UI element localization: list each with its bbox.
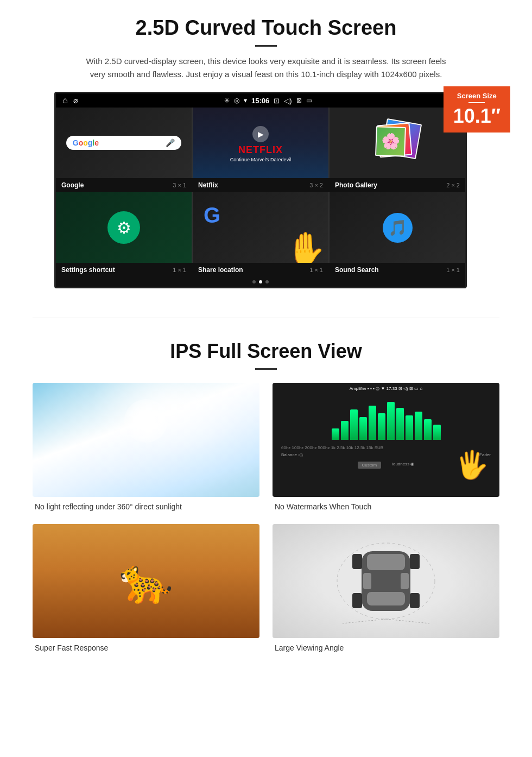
google-search-bar[interactable]: Google 🎤 [66, 136, 182, 150]
section-ips: IPS Full Screen View No light reflecting… [0, 335, 532, 668]
svg-rect-6 [352, 554, 362, 569]
svg-rect-4 [363, 573, 371, 589]
netflix-label-cell: Netflix 3 × 2 [193, 178, 328, 192]
netflix-label: Netflix [198, 181, 218, 189]
netflix-subtitle: Continue Marvel's Daredevil [230, 157, 291, 162]
netflix-logo: NETFLIX [230, 144, 291, 156]
amplifier-image: Amplifier ▪ ▪ ▪ ◎ ▼ 17:33 ⊡ ◁) ⊠ ▭ ⌂ 60h… [273, 383, 499, 497]
x-icon: ⊠ [296, 97, 302, 104]
gallery-size: 2 × 2 [446, 182, 460, 188]
settings-label-cell: Settings shortcut 1 × 1 [56, 263, 192, 277]
sound-size: 1 × 1 [446, 267, 460, 273]
watermark-caption: No Watermarks When Touch [273, 502, 499, 511]
car-image [273, 524, 499, 638]
amp-bar [369, 406, 376, 440]
share-size: 1 × 1 [309, 267, 323, 273]
status-bar: ⌂ ⌀ ✳ ◎ ▾ 15:06 ⊡ ◁) ⊠ ▭ [56, 93, 465, 108]
bottom-navigation [56, 277, 465, 287]
section1-title: 2.5D Curved Touch Screen [33, 16, 499, 40]
hand-emoji-icon: 🤚 [285, 230, 326, 263]
camera-icon: ⊡ [274, 97, 280, 105]
rect-icon: ▭ [306, 97, 312, 104]
features-grid: No light reflecting under 360° direct su… [33, 383, 499, 652]
car-svg [332, 538, 440, 624]
status-left: ⌂ ⌀ [62, 96, 78, 105]
svg-rect-7 [410, 554, 420, 569]
badge-size: 10.1″ [453, 105, 501, 127]
page-divider [33, 318, 499, 318]
amp-bars [276, 391, 496, 445]
google-label: Google [61, 181, 84, 189]
play-button[interactable]: ▶ [252, 126, 269, 142]
sound-label-cell: Sound Search 1 × 1 [330, 263, 465, 277]
amp-title: Amplifier ▪ ▪ ▪ ◎ ▼ 17:33 ⊡ ◁) ⊠ ▭ ⌂ [276, 386, 496, 391]
screen-size-badge: Screen Size 10.1″ [444, 86, 510, 133]
netflix-size: 3 × 2 [309, 182, 323, 188]
nav-dot-1 [252, 280, 256, 283]
amp-bar [396, 408, 404, 440]
home-icon[interactable]: ⌂ [62, 96, 68, 105]
screen-mockup-wrapper: Screen Size 10.1″ ⌂ ⌀ ✳ ◎ ▾ 15:06 ⊡ ◁) ⊠ [54, 92, 478, 288]
section1-description: With 2.5D curved-display screen, this de… [81, 55, 451, 81]
netflix-app-cell[interactable]: ▶ NETFLIX Continue Marvel's Daredevil [193, 108, 328, 178]
amp-bar [415, 412, 422, 440]
svg-rect-9 [410, 593, 420, 608]
google-app-cell[interactable]: Google 🎤 [56, 108, 192, 178]
netflix-content: ▶ NETFLIX Continue Marvel's Daredevil [230, 124, 291, 162]
google-size: 3 × 1 [173, 182, 186, 188]
amp-bar [332, 428, 339, 440]
usb-icon: ⌀ [73, 96, 78, 105]
sunlight-image [33, 383, 259, 497]
settings-icon: ⚙ [107, 211, 140, 244]
feature-viewing-angle: Large Viewing Angle [273, 524, 499, 652]
amp-bar [350, 409, 358, 440]
amp-visual: Amplifier ▪ ▪ ▪ ◎ ▼ 17:33 ⊡ ◁) ⊠ ▭ ⌂ 60h… [273, 383, 499, 497]
mic-icon[interactable]: 🎤 [166, 138, 175, 147]
share-label: Share location [198, 266, 243, 274]
nav-dot-2-active [259, 280, 262, 283]
amp-bar [406, 415, 413, 440]
badge-title: Screen Size [453, 92, 501, 100]
android-screen: ⌂ ⌀ ✳ ◎ ▾ 15:06 ⊡ ◁) ⊠ ▭ [54, 92, 467, 288]
settings-app-cell[interactable]: ⚙ [56, 192, 192, 263]
svg-line-10 [343, 619, 386, 623]
gallery-label: Photo Gallery [335, 181, 377, 189]
gallery-label-cell: Photo Gallery 2 × 2 [330, 178, 465, 192]
title-divider [255, 45, 277, 47]
amp-bar [359, 417, 367, 440]
app-label-row2: Settings shortcut 1 × 1 Share location 1… [56, 263, 465, 277]
amp-bar [387, 402, 395, 440]
amp-bar [378, 413, 385, 440]
app-grid-row2: ⚙ G 🤚 🎵 [56, 192, 465, 263]
google-label-cell: Google 3 × 1 [56, 178, 192, 192]
share-label-cell: Share location 1 × 1 [193, 263, 328, 277]
settings-size: 1 × 1 [173, 267, 186, 273]
cheetah-icon: 🐆 [119, 556, 173, 607]
sky-visual [33, 383, 259, 497]
hand-on-screen: 🖐 [455, 449, 489, 481]
flare-visual [33, 383, 259, 497]
amp-bar [341, 421, 349, 440]
section2-title: IPS Full Screen View [33, 340, 499, 363]
sound-search-cell[interactable]: 🎵 [330, 192, 465, 263]
app-label-row1: Google 3 × 1 Netflix 3 × 2 Photo Gallery… [56, 178, 465, 192]
bluetooth-icon: ✳ [224, 97, 230, 104]
feature-watermark: Amplifier ▪ ▪ ▪ ◎ ▼ 17:33 ⊡ ◁) ⊠ ▭ ⌂ 60h… [273, 383, 499, 511]
feature-sunlight: No light reflecting under 360° direct su… [33, 383, 259, 511]
share-location-cell[interactable]: G 🤚 [193, 192, 328, 263]
volume-icon: ◁) [284, 97, 292, 105]
fast-caption: Super Fast Response [33, 644, 259, 652]
badge-line [468, 102, 485, 103]
app-grid-row1: Google 🎤 ▶ NETFLIX Continue Marvel's Dar… [56, 108, 465, 178]
car-visual [273, 524, 499, 638]
svg-rect-3 [367, 592, 405, 605]
wifi-icon: ▾ [244, 97, 247, 104]
flower-icon: 🌸 [381, 132, 400, 150]
viewing-caption: Large Viewing Angle [273, 644, 499, 652]
section-curved-touch: 2.5D Curved Touch Screen With 2.5D curve… [0, 0, 532, 301]
svg-rect-2 [367, 554, 405, 570]
svg-rect-8 [352, 593, 362, 608]
gallery-stack: 🌸 [376, 121, 419, 165]
nav-dot-3 [265, 280, 269, 283]
amp-bar [433, 425, 441, 440]
